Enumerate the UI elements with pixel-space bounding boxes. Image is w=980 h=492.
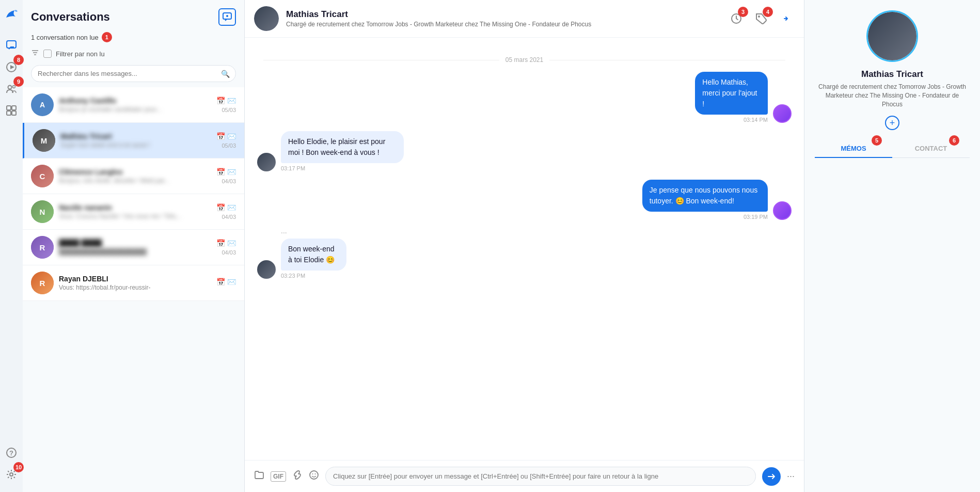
folder-icon[interactable] <box>254 470 264 483</box>
new-conversation-button[interactable] <box>218 8 236 26</box>
emoji-icon[interactable] <box>309 470 319 483</box>
tab-contact[interactable]: CONTACT 6 <box>892 139 970 157</box>
conv-meta-1: 📅 ✉️ 05/03 <box>216 97 236 113</box>
nav-settings[interactable]: 10 <box>2 465 21 484</box>
conversation-item-5[interactable]: R ████ ████ ████████████████████ 📅 ✉️ 04… <box>23 230 244 265</box>
calendar-icon-3[interactable]: 📅 <box>216 168 225 176</box>
conv-preview-1: Bonjour je souhaite candidater pour... <box>59 106 211 113</box>
conv-meta-6: 📅 ✉️ <box>216 278 236 288</box>
more-options-icon[interactable]: ··· <box>787 471 795 482</box>
nav-chat[interactable] <box>2 36 21 55</box>
chat-header-actions: 3 4 <box>728 10 795 27</box>
search-input[interactable] <box>31 65 236 82</box>
chat-header: Mathias Tricart Chargé de recrutement ch… <box>245 0 804 38</box>
calendar-icon-2[interactable]: 📅 <box>216 132 225 140</box>
date-divider: 05 mars 2021 <box>257 56 792 64</box>
calendar-icon-4[interactable]: 📅 <box>216 203 225 212</box>
svg-marker-2 <box>10 65 14 69</box>
conv-preview-4: Vous: Coucou Nacèle ! Vos vous me ! Tofu… <box>59 213 211 220</box>
conv-name-5: ████ ████ <box>59 239 211 247</box>
tab-memos-badge: 5 <box>872 135 882 146</box>
right-panel-tabs: MÉMOS 5 CONTACT 6 <box>815 139 970 158</box>
msg-bubble-3: Je pense que nous pouvons nous tutoyer. … <box>642 180 768 212</box>
svg-point-20 <box>310 471 318 479</box>
avatar-6: R <box>31 272 54 294</box>
conversation-item-1[interactable]: A Anthony Castillo Bonjour je souhaite c… <box>23 87 244 123</box>
mail-icon-4[interactable]: ✉️ <box>227 203 236 212</box>
nav-badge-8: 8 <box>13 55 24 65</box>
tab-contact-badge: 6 <box>949 135 959 146</box>
chat-messages: 05 mars 2021 Hello Mathias, merci pour l… <box>245 38 804 460</box>
conv-meta-5: 📅 ✉️ 04/03 <box>216 239 236 256</box>
gif-button[interactable]: GIF <box>271 471 286 482</box>
sidebar-header: Conversations <box>23 0 244 30</box>
contact-subtitle: Chargé de recrutement chez Tomorrow Jobs… <box>815 83 970 108</box>
mail-icon-2[interactable]: ✉️ <box>227 132 236 140</box>
nav-play[interactable]: 8 <box>2 58 21 76</box>
unread-row: 1 conversation non lue 1 <box>23 30 244 46</box>
msg-time-4: 03:23 PM <box>281 273 305 279</box>
calendar-icon-6[interactable]: 📅 <box>216 278 225 286</box>
chat-input-field[interactable] <box>325 467 756 486</box>
tag-icon[interactable]: 4 <box>752 10 770 27</box>
svg-rect-8 <box>12 111 16 115</box>
mail-icon-3[interactable]: ✉️ <box>227 168 236 176</box>
msg-bubble-1: Hello Mathias, merci pour l'ajout ! <box>695 72 768 115</box>
conversation-item-4[interactable]: N Nacèle nananin Vous: Coucou Nacèle ! V… <box>23 194 244 230</box>
conv-meta-4: 📅 ✉️ 04/03 <box>216 203 236 220</box>
tab-memos[interactable]: MÉMOS 5 <box>815 139 892 157</box>
avatar-4: N <box>31 200 54 223</box>
conv-actions-6: 📅 ✉️ <box>216 278 236 286</box>
right-panel: Mathias Tricart Chargé de recrutement ch… <box>804 0 980 492</box>
conv-actions-3: 📅 ✉️ <box>216 168 236 176</box>
search-icon: 🔍 <box>221 70 230 78</box>
app-logo[interactable] <box>2 5 21 24</box>
nav-badge-10: 10 <box>13 462 24 472</box>
unread-count-badge: 1 <box>102 32 112 42</box>
add-contact-button[interactable]: + <box>885 116 899 130</box>
conversation-item-2[interactable]: M Mathieu Tricart Super bon week end à t… <box>23 123 244 158</box>
clock-icon[interactable]: 3 <box>728 10 745 27</box>
sidebar-title: Conversations <box>31 10 110 24</box>
input-toolbar: GIF <box>254 470 319 483</box>
nav-users[interactable]: 9 <box>2 80 21 98</box>
chat-input-area: GIF ··· <box>245 460 804 492</box>
unread-filter-checkbox[interactable] <box>43 50 52 58</box>
contact-avatar <box>866 10 918 62</box>
mail-icon-1[interactable]: ✉️ <box>227 97 236 105</box>
conv-preview-6: Vous: https://tobal.fr/pour-reussir- <box>59 284 211 291</box>
sidebar: Conversations 1 conversation non lue 1 F… <box>23 0 245 492</box>
nav-help[interactable]: ? <box>2 443 21 462</box>
msg-avatar-3 <box>773 201 792 220</box>
right-panel-content <box>815 165 970 482</box>
conversation-item-6[interactable]: R Rayan DJEBLI Vous: https://tobal.fr/po… <box>23 265 244 301</box>
message-row-1: Hello Mathias, merci pour l'ajout ! 03:1… <box>257 72 792 123</box>
conv-info-4: Nacèle nananin Vous: Coucou Nacèle ! Vos… <box>59 203 211 220</box>
conv-name-1: Anthony Castillo <box>59 97 211 105</box>
message-row-2: Hello Elodie, le plaisir est pour moi ! … <box>257 131 792 171</box>
conv-info-2: Mathieu Tricart Super bon week end à toi… <box>60 132 211 149</box>
filter-row: Filtrer par non lu <box>23 46 244 63</box>
send-button[interactable] <box>762 467 781 486</box>
conv-preview-2: Super bon week end à toi aussi ! <box>60 141 211 149</box>
conversation-list: A Anthony Castillo Bonjour je souhaite c… <box>23 87 244 492</box>
conversation-item-3[interactable]: C Clémence Langlos Bonjour, tofu étoilé,… <box>23 158 244 194</box>
calendar-icon-5[interactable]: 📅 <box>216 239 225 247</box>
conv-info-3: Clémence Langlos Bonjour, tofu étoilé, d… <box>59 168 211 184</box>
msg-time-1: 03:14 PM <box>744 117 768 123</box>
expand-icon[interactable] <box>777 10 795 27</box>
mail-icon-5[interactable]: ✉️ <box>227 239 236 247</box>
svg-rect-5 <box>7 106 11 110</box>
mail-icon-6[interactable]: ✉️ <box>227 278 236 286</box>
conv-actions-5: 📅 ✉️ <box>216 239 236 247</box>
msg-dots: ··· <box>281 228 287 236</box>
nav-grid[interactable] <box>2 101 21 120</box>
calendar-icon-1[interactable]: 📅 <box>216 97 225 105</box>
conv-preview-5: ████████████████████ <box>59 248 211 256</box>
chat-contact-subtitle: Chargé de recrutement chez Tomorrow Jobs… <box>286 21 720 28</box>
conv-name-2: Mathieu Tricart <box>60 132 211 140</box>
link-icon[interactable] <box>292 470 303 483</box>
search-box: 🔍 <box>31 65 236 82</box>
filter-icon[interactable] <box>31 49 39 59</box>
msg-avatar-4 <box>257 260 276 279</box>
